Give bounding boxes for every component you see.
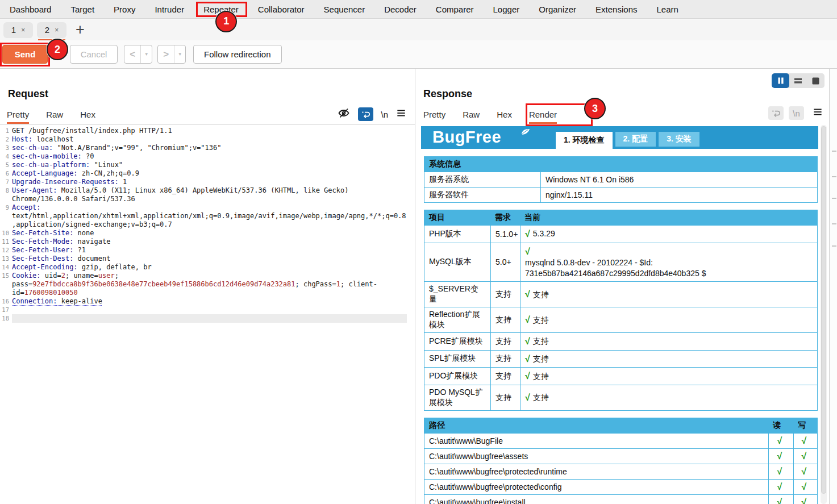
back-arrow-icon[interactable]: < xyxy=(124,45,141,63)
requirement-current: √支持 xyxy=(520,282,817,307)
install-step-3[interactable]: 3. 安装 xyxy=(659,132,699,147)
add-tab-button[interactable]: + xyxy=(76,22,85,38)
response-tab-pretty[interactable]: Pretty xyxy=(423,110,445,123)
request-line-text[interactable]: Accept-Language: zh-CN,zh;q=0.9 xyxy=(12,169,415,178)
request-editor[interactable]: 1GET /bugfree/install/index.php HTTP/1.1… xyxy=(0,124,415,504)
table-row: C:\autit\www\bugfree\install√√ xyxy=(424,494,817,504)
word-wrap-icon[interactable] xyxy=(768,106,784,120)
forward-button[interactable]: > ▼ xyxy=(157,45,186,64)
request-token: Mozilla/5.0 (X11; Linux x86_64) AppleWeb… xyxy=(12,186,353,203)
request-line-text[interactable] xyxy=(12,306,415,314)
request-line-text[interactable]: Sec-Fetch-Site: none xyxy=(12,229,415,238)
check-icon: √ xyxy=(802,497,807,504)
request-token: sec-ch-ua-mobile: xyxy=(12,152,82,160)
request-line-text[interactable]: sec-ch-ua-mobile: ?0 xyxy=(12,152,415,161)
show-newlines-icon[interactable]: \n xyxy=(381,110,388,119)
install-step-1[interactable]: 1. 环境检查 xyxy=(556,132,613,149)
stop-button[interactable] xyxy=(807,73,824,88)
request-line-text[interactable]: Cookie: uid=2; uname=user; pass=92e7fbdc… xyxy=(12,272,415,297)
request-tab-pretty[interactable]: Pretty xyxy=(7,110,29,123)
line-number: 8 xyxy=(0,186,12,203)
response-tab-raw[interactable]: Raw xyxy=(463,110,480,123)
menu-item-logger[interactable]: Logger xyxy=(484,0,530,19)
request-line-text[interactable]: Connection: keep-alive xyxy=(12,297,415,306)
cancel-button[interactable]: Cancel xyxy=(70,45,118,64)
close-tab-icon[interactable]: × xyxy=(55,26,59,34)
menu-item-label: Intruder xyxy=(155,5,184,14)
request-pane: Request PrettyRawHex xyxy=(0,69,415,504)
request-token: Sec-Fetch-Mode: xyxy=(12,238,73,245)
forward-dropdown-icon[interactable]: ▼ xyxy=(174,45,185,63)
request-line-text[interactable] xyxy=(12,314,407,323)
response-scrollbar[interactable] xyxy=(821,125,827,504)
menu-item-decoder[interactable]: Decoder xyxy=(374,0,426,19)
paths-header: 路径读写 xyxy=(424,418,817,433)
menu-item-extensions[interactable]: Extensions xyxy=(586,0,647,19)
repeater-tab-1[interactable]: 1× xyxy=(3,22,33,38)
request-line-row: 12Sec-Fetch-User: ?1 xyxy=(0,246,415,255)
back-dropdown-icon[interactable]: ▼ xyxy=(141,45,152,63)
line-number: 10 xyxy=(0,229,12,238)
close-tab-icon[interactable]: × xyxy=(21,26,25,34)
request-line-row: 18 xyxy=(0,314,415,323)
menu-item-intruder[interactable]: Intruder xyxy=(145,0,194,19)
line-number: 2 xyxy=(0,135,12,144)
request-token: ; chgPass= xyxy=(295,280,336,288)
column-header: 项目 xyxy=(424,210,490,225)
column-header: 当前 xyxy=(520,210,817,225)
request-line-text[interactable]: sec-ch-ua-platform: "Linux" xyxy=(12,161,415,169)
line-number: 3 xyxy=(0,144,12,152)
line-number: 1 xyxy=(0,127,12,135)
install-step-2[interactable]: 2. 配置 xyxy=(615,132,656,147)
request-editor-icons: \n xyxy=(337,106,407,122)
pause-button[interactable] xyxy=(772,73,789,88)
request-line-text[interactable]: Host: localhost xyxy=(12,135,415,144)
menu-item-organizer[interactable]: Organizer xyxy=(529,0,586,19)
request-line-text[interactable]: Accept: text/html,application/xhtml+xml,… xyxy=(12,203,415,229)
check-icon: √ xyxy=(777,436,782,446)
request-line-text[interactable]: GET /bugfree/install/index.php HTTP/1.1 xyxy=(12,127,415,135)
check-icon: √ xyxy=(802,451,807,461)
request-tab-raw[interactable]: Raw xyxy=(46,110,63,123)
table-row: PCRE扩展模块支持√支持 xyxy=(424,332,817,350)
repeater-tab-2[interactable]: 2× xyxy=(37,22,66,38)
show-newlines-icon[interactable]: \n xyxy=(789,106,804,120)
menu-item-dashboard[interactable]: Dashboard xyxy=(0,0,61,19)
request-token: Accept-Language: xyxy=(12,169,78,177)
back-button[interactable]: < ▼ xyxy=(124,45,152,64)
menu-item-learn[interactable]: Learn xyxy=(647,0,688,19)
response-tab-render[interactable]: Render xyxy=(529,110,557,123)
requirement-current: √mysqlnd 5.0.8-dev - 20102224 - $Id: 731… xyxy=(520,243,817,281)
stack-view-icon[interactable] xyxy=(789,73,807,88)
line-number: 9 xyxy=(0,203,12,229)
request-line-text[interactable]: Accept-Encoding: gzip, deflate, br xyxy=(12,263,415,272)
request-line-text[interactable]: Sec-Fetch-Dest: document xyxy=(12,255,415,263)
forward-arrow-icon[interactable]: > xyxy=(158,45,174,63)
menu-item-proxy[interactable]: Proxy xyxy=(104,0,145,19)
menu-item-target[interactable]: Target xyxy=(61,0,104,19)
send-button[interactable]: Send xyxy=(2,45,48,64)
request-tab-hex[interactable]: Hex xyxy=(80,110,95,123)
menu-item-sequencer[interactable]: Sequencer xyxy=(314,0,375,19)
scrollbar-thumb[interactable] xyxy=(821,126,826,494)
response-tab-hex[interactable]: Hex xyxy=(497,110,512,123)
request-line-text[interactable]: Sec-Fetch-User: ?1 xyxy=(12,246,415,255)
table-row: MySQL版本5.0+√mysqlnd 5.0.8-dev - 20102224… xyxy=(424,243,817,281)
menu-item-label: Proxy xyxy=(114,5,135,14)
word-wrap-icon[interactable] xyxy=(358,107,373,121)
repeater-tab-bar: 1×2×+ xyxy=(0,19,837,40)
requirements-header: 项目需求当前 xyxy=(424,210,817,225)
request-line-text[interactable]: sec-ch-ua: "Not.A/Brand";v="99", "Chromi… xyxy=(12,144,415,152)
request-menu-icon[interactable] xyxy=(395,107,407,121)
request-line-text[interactable]: Sec-Fetch-Mode: navigate xyxy=(12,238,415,246)
menu-item-collaborator[interactable]: Collaborator xyxy=(248,0,314,19)
follow-redirection-button[interactable]: Follow redirection xyxy=(193,45,282,64)
hide-preview-icon[interactable] xyxy=(337,106,351,122)
response-title: Response xyxy=(423,88,472,100)
request-line-text[interactable]: User-Agent: Mozilla/5.0 (X11; Linux x86_… xyxy=(12,186,415,203)
menu-item-repeater[interactable]: Repeater1 xyxy=(194,0,248,19)
response-menu-icon[interactable] xyxy=(812,106,823,120)
menu-item-comparer[interactable]: Comparer xyxy=(426,0,484,19)
request-line-text[interactable]: Upgrade-Insecure-Requests: 1 xyxy=(12,178,415,186)
request-token: Accept: xyxy=(12,203,41,211)
